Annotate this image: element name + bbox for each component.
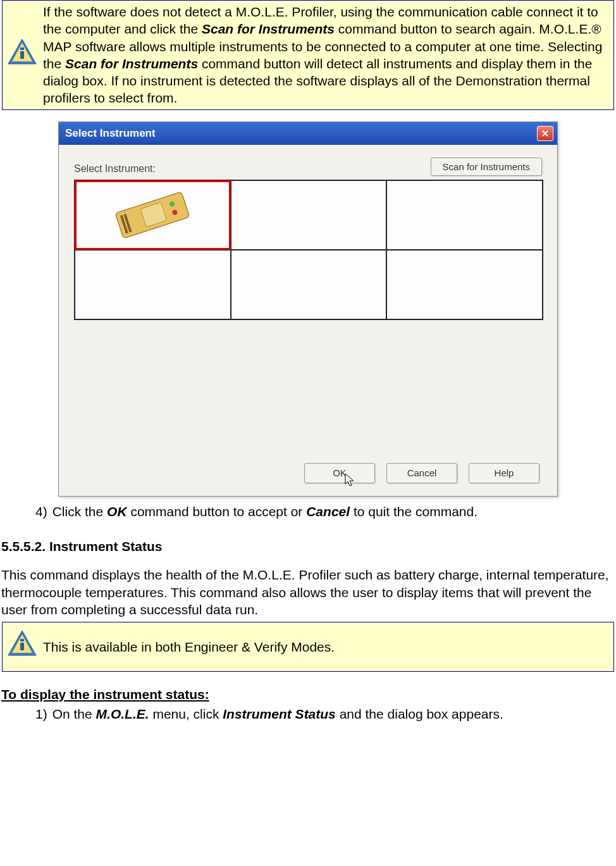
- instrument-cell-empty[interactable]: [386, 250, 543, 319]
- dialog-button-row: OK Cancel Help: [74, 459, 542, 487]
- instrument-cell-empty[interactable]: [386, 180, 543, 250]
- step-4: 4) Click the OK command button to accept…: [35, 503, 616, 520]
- instrument-cell-empty[interactable]: [231, 180, 387, 250]
- dialog-title: Select Instrument: [65, 127, 156, 140]
- step-1: 1) On the M.O.L.E. menu, click Instrumen…: [35, 705, 616, 722]
- close-button[interactable]: [537, 126, 553, 141]
- text: to quit the command.: [350, 504, 477, 519]
- info-icon: [6, 37, 38, 73]
- step-number: 1): [35, 705, 47, 722]
- svg-rect-13: [20, 639, 24, 641]
- info-text-1: If the software does not detect a M.O.L.…: [43, 3, 610, 107]
- cancel-button[interactable]: Cancel: [386, 463, 457, 483]
- instrument-cell-empty[interactable]: [231, 250, 387, 319]
- text: menu, click: [149, 707, 223, 721]
- svg-rect-14: [20, 643, 24, 650]
- dialog-titlebar: Select Instrument: [59, 122, 557, 145]
- dialog-empty-area: [74, 320, 542, 459]
- scan-for-instruments-button[interactable]: Scan for Instruments: [431, 158, 542, 176]
- info-note-2: This is available in both Engineer & Ver…: [2, 622, 614, 671]
- mole-term: M.O.L.E.: [96, 707, 149, 721]
- ok-term: OK: [107, 504, 127, 519]
- text: Click the: [52, 504, 107, 519]
- step-text: On the M.O.L.E. menu, click Instrument S…: [52, 705, 503, 722]
- instrument-cell-empty[interactable]: [75, 250, 231, 319]
- dialog-body: Select Instrument: Scan for Instruments: [59, 145, 557, 496]
- section-heading: 5.5.5.2. Instrument Status: [1, 538, 616, 555]
- help-button[interactable]: Help: [469, 463, 539, 483]
- body-paragraph: This command displays the health of the …: [1, 566, 615, 618]
- svg-rect-3: [20, 51, 24, 59]
- select-instrument-dialog: Select Instrument Select Instrument: Sca…: [58, 121, 558, 497]
- instrument-status-term: Instrument Status: [223, 707, 336, 721]
- text: command button to accept or: [127, 504, 307, 519]
- dialog-screenshot-wrap: Select Instrument Select Instrument: Sca…: [0, 121, 616, 497]
- step-text: Click the OK command button to accept or…: [52, 503, 477, 520]
- step-number: 4): [35, 503, 47, 520]
- text: and the dialog box appears.: [336, 707, 503, 721]
- info-text-2: This is available in both Engineer & Ver…: [43, 638, 610, 655]
- profiler-device-icon: [99, 187, 206, 244]
- ok-button[interactable]: OK: [304, 463, 375, 483]
- scan-for-instruments-term: Scan for Instruments: [202, 22, 335, 36]
- cursor-icon: [344, 473, 358, 489]
- select-instrument-label: Select Instrument:: [74, 163, 156, 176]
- cancel-term: Cancel: [306, 504, 350, 519]
- text: On the: [52, 707, 96, 721]
- instrument-cell-selected[interactable]: [75, 180, 231, 250]
- svg-rect-2: [20, 47, 24, 50]
- info-note-1: If the software does not detect a M.O.L.…: [2, 0, 614, 110]
- instrument-grid: [74, 180, 543, 320]
- procedure-heading: To display the instrument status:: [1, 686, 616, 703]
- scan-for-instruments-term: Scan for Instruments: [65, 56, 198, 71]
- info-icon: [6, 629, 38, 664]
